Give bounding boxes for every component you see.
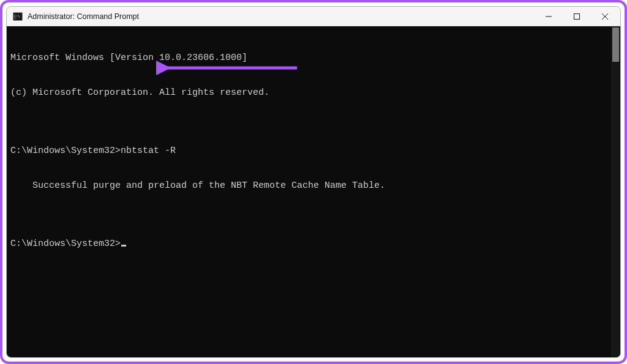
terminal-output[interactable]: Microsoft Windows [Version 10.0.23606.10…: [7, 26, 620, 357]
prompt-line-2: C:\Windows\System32>: [10, 238, 617, 250]
minimize-button[interactable]: [535, 7, 563, 26]
command-prompt-window: C:\ Administrator: Command Prompt Micros…: [6, 6, 621, 358]
prompt-line-1: C:\Windows\System32>nbtstat -R: [10, 145, 617, 157]
close-button[interactable]: [591, 7, 619, 26]
window-title: Administrator: Command Prompt: [28, 12, 139, 21]
titlebar[interactable]: C:\ Administrator: Command Prompt: [7, 7, 620, 26]
prompt-command: nbtstat -R: [121, 146, 176, 156]
maximize-button[interactable]: [563, 7, 591, 26]
prompt-path: C:\Windows\System32>: [10, 239, 121, 249]
screenshot-frame: C:\ Administrator: Command Prompt Micros…: [0, 0, 627, 364]
copyright-line: (c) Microsoft Corporation. All rights re…: [10, 87, 617, 98]
window-controls: [535, 7, 619, 26]
result-line: Successful purge and preload of the NBT …: [10, 180, 617, 191]
version-line: Microsoft Windows [Version 10.0.23606.10…: [10, 52, 617, 64]
scrollbar-thumb[interactable]: [612, 28, 619, 62]
scrollbar-track[interactable]: [611, 26, 620, 357]
svg-text:C:\: C:\: [14, 13, 20, 17]
text-cursor: [121, 245, 126, 247]
cmd-icon: C:\: [13, 12, 23, 21]
svg-rect-4: [574, 14, 580, 20]
prompt-path: C:\Windows\System32>: [10, 146, 121, 156]
